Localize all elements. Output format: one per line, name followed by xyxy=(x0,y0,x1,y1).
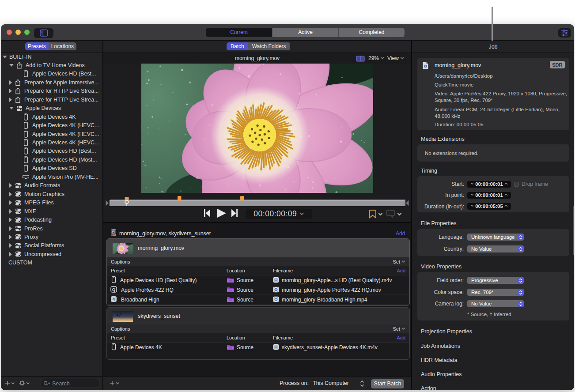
svg-text:4: 4 xyxy=(113,297,115,302)
svg-text:Q: Q xyxy=(112,287,115,292)
